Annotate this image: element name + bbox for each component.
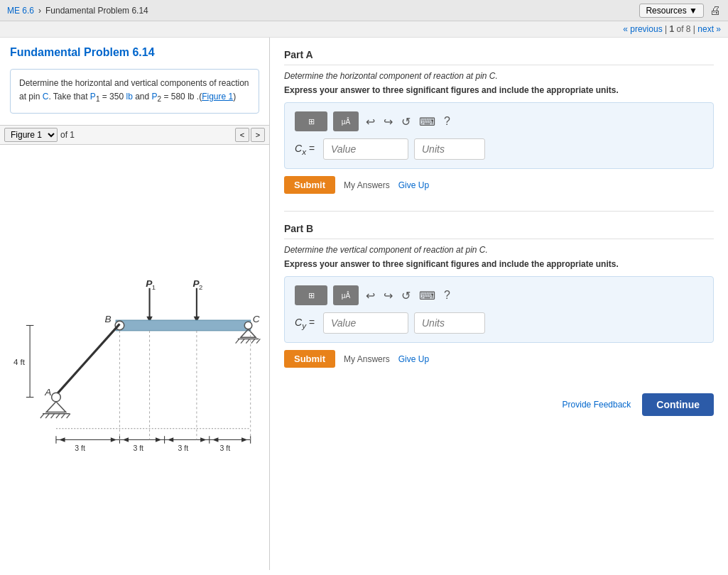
- part-b-toolbar: ⊞ μÂ ↩ ↪ ↺ ⌨ ?: [295, 285, 703, 305]
- part-b-instruction: Express your answer to three significant…: [284, 259, 714, 269]
- svg-line-24: [40, 413, 44, 417]
- mu-tool-btn-b[interactable]: μÂ: [333, 285, 359, 305]
- help-btn-a[interactable]: ?: [442, 115, 452, 128]
- svg-line-29: [67, 413, 70, 417]
- grid-tool-btn-b[interactable]: ⊞: [295, 285, 327, 305]
- figure-select-group: Figure 1 of 1: [4, 128, 75, 142]
- part-b-submit-row: Submit My Answers Give Up: [284, 350, 714, 368]
- left-panel: Fundamental Problem 6.14 Determine the h…: [0, 38, 270, 570]
- part-a-submit-btn[interactable]: Submit: [284, 176, 335, 194]
- breadcrumb-sep: ›: [38, 6, 41, 16]
- part-b-value-input[interactable]: [323, 312, 408, 334]
- svg-marker-55: [241, 437, 247, 442]
- top-bar: ME 6.6 › Fundamental Problem 6.14 Resour…: [0, 0, 728, 21]
- part-a-question: Determine the horizontal component of re…: [284, 71, 714, 81]
- continue-button[interactable]: Continue: [642, 393, 714, 416]
- right-panel: Part A Determine the horizontal componen…: [270, 38, 728, 570]
- refresh-btn-a[interactable]: ↺: [400, 115, 412, 128]
- svg-line-17: [256, 339, 260, 343]
- part-b-answer-box: ⊞ μÂ ↩ ↪ ↺ ⌨ ? Cy =: [284, 276, 714, 343]
- part-a-section: Part A Determine the horizontal componen…: [284, 49, 714, 194]
- part-b-units-input[interactable]: [414, 312, 485, 334]
- svg-marker-49: [168, 437, 173, 442]
- figure-next-btn[interactable]: >: [251, 128, 265, 142]
- svg-line-28: [61, 413, 65, 417]
- svg-rect-8: [116, 320, 250, 331]
- svg-text:A: A: [44, 387, 51, 398]
- part-a-instruction: Express your answer to three significant…: [284, 85, 714, 95]
- pagination-bar: « previous | 1 of 8 | next »: [0, 21, 728, 38]
- part-a-label: Cx =: [295, 143, 317, 156]
- part-b-label: Cy =: [295, 317, 317, 330]
- breadcrumb-problem: Fundamental Problem 6.14: [45, 6, 148, 16]
- previous-link[interactable]: « previous: [623, 24, 662, 34]
- svg-marker-45: [156, 437, 161, 442]
- figure-panel: Figure 1 of 1 < > P 1: [0, 125, 269, 570]
- svg-text:1: 1: [152, 283, 156, 290]
- part-a-value-input[interactable]: [323, 138, 408, 160]
- print-icon[interactable]: 🖨: [710, 4, 721, 17]
- svg-text:B: B: [104, 314, 111, 324]
- refresh-btn-b[interactable]: ↺: [400, 289, 412, 302]
- svg-marker-40: [111, 437, 116, 442]
- part-b-give-up[interactable]: Give Up: [398, 354, 429, 364]
- part-b-answer-row: Cy =: [295, 312, 703, 334]
- part-a-answer-box: ⊞ μÂ ↩ ↪ ↺ ⌨ ? Cx =: [284, 102, 714, 169]
- part-a-toolbar: ⊞ μÂ ↩ ↪ ↺ ⌨ ?: [295, 111, 703, 131]
- problem-description: Determine the horizontal and vertical co…: [10, 69, 259, 114]
- top-right: Resources ▼ 🖨: [639, 4, 721, 18]
- svg-text:3 ft: 3 ft: [220, 444, 231, 452]
- figure-nav: < >: [235, 128, 265, 142]
- figure-toolbar: Figure 1 of 1 < >: [0, 126, 269, 145]
- svg-point-21: [52, 393, 61, 402]
- redo-btn-b[interactable]: ↪: [382, 289, 394, 302]
- svg-marker-50: [200, 437, 206, 442]
- figure-select[interactable]: Figure 1: [4, 128, 58, 142]
- part-b-section: Part B Determine the vertical component …: [284, 223, 714, 368]
- help-btn-b[interactable]: ?: [442, 289, 452, 302]
- svg-marker-39: [59, 437, 65, 442]
- next-link[interactable]: next »: [697, 24, 721, 34]
- svg-text:C: C: [253, 314, 260, 324]
- mu-tool-btn-a[interactable]: μÂ: [333, 111, 359, 131]
- part-b-question: Determine the vertical component of reac…: [284, 245, 714, 255]
- figure-prev-btn[interactable]: <: [235, 128, 249, 142]
- undo-btn-a[interactable]: ↩: [364, 115, 376, 128]
- figure-canvas: P 1 P 2: [0, 145, 269, 570]
- svg-line-26: [51, 413, 55, 417]
- resources-button[interactable]: Resources ▼: [639, 4, 704, 18]
- svg-text:3 ft: 3 ft: [178, 444, 189, 452]
- part-a-give-up[interactable]: Give Up: [398, 180, 429, 190]
- part-a-title: Part A: [284, 49, 714, 65]
- pagination-of: of: [676, 24, 685, 34]
- breadcrumb-course[interactable]: ME 6.6: [7, 6, 34, 16]
- problem-title: Fundamental Problem 6.14: [0, 38, 269, 63]
- part-b-my-answers[interactable]: My Answers: [344, 354, 390, 364]
- figure-of-label: of 1: [60, 130, 75, 140]
- problem-title-text: Fundamental Problem 6.14: [10, 46, 155, 58]
- part-b-submit-btn[interactable]: Submit: [284, 350, 335, 368]
- undo-btn-b[interactable]: ↩: [364, 289, 376, 302]
- provide-feedback-link[interactable]: Provide Feedback: [563, 400, 631, 410]
- part-a-my-answers[interactable]: My Answers: [344, 180, 390, 190]
- svg-text:3 ft: 3 ft: [75, 444, 85, 452]
- keyboard-btn-b[interactable]: ⌨: [418, 289, 437, 302]
- grid-tool-btn-a[interactable]: ⊞: [295, 111, 327, 131]
- svg-text:4 ft: 4 ft: [13, 358, 26, 366]
- figure-svg: P 1 P 2: [0, 145, 269, 570]
- keyboard-btn-a[interactable]: ⌨: [418, 115, 437, 128]
- svg-line-27: [56, 413, 60, 417]
- svg-point-10: [244, 322, 252, 329]
- breadcrumb: ME 6.6 › Fundamental Problem 6.14: [7, 6, 148, 16]
- total-pages: 8: [686, 24, 691, 34]
- svg-marker-22: [46, 401, 65, 412]
- part-b-title: Part B: [284, 223, 714, 239]
- redo-btn-a[interactable]: ↪: [382, 115, 394, 128]
- svg-text:2: 2: [199, 283, 202, 290]
- main-layout: Fundamental Problem 6.14 Determine the h…: [0, 38, 728, 570]
- svg-line-16: [251, 339, 255, 343]
- current-page: 1: [669, 24, 674, 34]
- svg-marker-54: [212, 437, 218, 442]
- part-a-units-input[interactable]: [414, 138, 485, 160]
- svg-text:3 ft: 3 ft: [133, 444, 143, 452]
